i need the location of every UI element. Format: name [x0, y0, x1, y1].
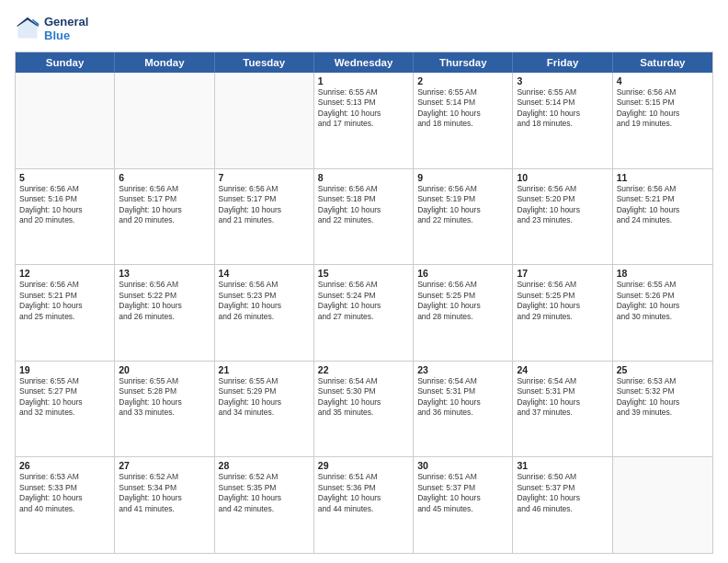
cell-line: Daylight: 10 hours	[617, 397, 709, 408]
day-number: 17	[517, 268, 608, 279]
header-day-saturday: Saturday	[613, 52, 712, 73]
day-number: 20	[119, 364, 210, 375]
day-cell-1: 1Sunrise: 6:55 AMSunset: 5:13 PMDaylight…	[314, 73, 414, 168]
cell-line: Sunset: 5:20 PM	[517, 194, 608, 204]
cell-line: Daylight: 10 hours	[219, 205, 310, 215]
cell-line: and 39 minutes.	[617, 408, 709, 418]
day-number: 14	[219, 268, 310, 279]
cell-line: Sunset: 5:23 PM	[219, 291, 310, 301]
day-cell-2: 2Sunrise: 6:55 AMSunset: 5:14 PMDaylight…	[414, 73, 513, 168]
cell-line: Sunrise: 6:56 AM	[417, 280, 508, 290]
cell-line: Sunrise: 6:56 AM	[517, 184, 608, 194]
cell-line: Daylight: 10 hours	[318, 301, 409, 311]
day-number: 21	[219, 364, 310, 375]
day-cell-22: 22Sunrise: 6:54 AMSunset: 5:30 PMDayligh…	[314, 362, 414, 457]
cell-line: Sunset: 5:14 PM	[417, 98, 508, 108]
header: General Blue	[15, 15, 713, 42]
day-number: 1	[318, 75, 409, 86]
cell-line: Sunset: 5:21 PM	[19, 291, 110, 301]
cell-line: Sunrise: 6:56 AM	[119, 280, 210, 290]
calendar-row-3: 19Sunrise: 6:55 AMSunset: 5:27 PMDayligh…	[16, 362, 712, 458]
logo: General Blue	[15, 15, 88, 42]
cell-line: Sunrise: 6:52 AM	[119, 472, 210, 482]
cell-line: Daylight: 10 hours	[119, 397, 210, 408]
day-number: 7	[219, 172, 310, 183]
cell-line: and 45 minutes.	[417, 504, 508, 514]
day-cell-19: 19Sunrise: 6:55 AMSunset: 5:27 PMDayligh…	[16, 362, 115, 457]
cell-line: and 20 minutes.	[19, 215, 110, 225]
day-cell-7: 7Sunrise: 6:56 AMSunset: 5:17 PMDaylight…	[215, 169, 314, 265]
cell-line: Sunrise: 6:55 AM	[119, 376, 210, 386]
cell-line: Sunrise: 6:53 AM	[617, 376, 709, 386]
cell-line: Sunset: 5:37 PM	[417, 483, 508, 493]
cell-line: Sunrise: 6:56 AM	[318, 280, 409, 290]
cell-line: Sunrise: 6:56 AM	[19, 280, 110, 290]
cell-line: Sunrise: 6:56 AM	[119, 184, 210, 194]
cell-line: Sunrise: 6:51 AM	[417, 472, 508, 482]
day-cell-27: 27Sunrise: 6:52 AMSunset: 5:34 PMDayligh…	[115, 457, 214, 553]
cell-line: Sunset: 5:19 PM	[417, 194, 508, 204]
day-cell-16: 16Sunrise: 6:56 AMSunset: 5:25 PMDayligh…	[414, 265, 513, 361]
cell-line: Daylight: 10 hours	[119, 205, 210, 215]
cell-line: Sunset: 5:34 PM	[119, 483, 210, 493]
day-number: 26	[19, 460, 110, 471]
day-cell-23: 23Sunrise: 6:54 AMSunset: 5:31 PMDayligh…	[414, 362, 513, 457]
cell-line: Sunrise: 6:56 AM	[19, 184, 110, 194]
day-cell-25: 25Sunrise: 6:53 AMSunset: 5:32 PMDayligh…	[613, 362, 712, 457]
cell-line: and 46 minutes.	[517, 504, 608, 514]
cell-line: and 19 minutes.	[617, 119, 709, 129]
cell-line: Sunset: 5:25 PM	[417, 291, 508, 301]
cell-line: and 23 minutes.	[517, 215, 608, 225]
cell-line: Sunrise: 6:54 AM	[318, 376, 409, 386]
cell-line: Sunset: 5:16 PM	[19, 194, 110, 204]
day-cell-3: 3Sunrise: 6:55 AMSunset: 5:14 PMDaylight…	[513, 73, 612, 168]
cell-line: and 29 minutes.	[517, 312, 608, 322]
cell-line: and 42 minutes.	[219, 504, 310, 514]
cell-line: Daylight: 10 hours	[517, 109, 608, 119]
calendar-row-2: 12Sunrise: 6:56 AMSunset: 5:21 PMDayligh…	[16, 265, 712, 362]
cell-line: and 21 minutes.	[219, 215, 310, 225]
day-cell-13: 13Sunrise: 6:56 AMSunset: 5:22 PMDayligh…	[115, 265, 214, 361]
empty-cell-0-2	[215, 73, 314, 168]
cell-line: Daylight: 10 hours	[119, 493, 210, 503]
cell-line: Sunrise: 6:51 AM	[318, 472, 409, 482]
cell-line: Daylight: 10 hours	[318, 109, 409, 119]
cell-line: Sunrise: 6:56 AM	[318, 184, 409, 194]
cell-line: Sunrise: 6:50 AM	[517, 472, 608, 482]
cell-line: Sunset: 5:15 PM	[617, 98, 709, 108]
cell-line: and 35 minutes.	[318, 408, 409, 418]
cell-line: Daylight: 10 hours	[219, 493, 310, 503]
cell-line: Daylight: 10 hours	[19, 397, 110, 408]
calendar-header: SundayMondayTuesdayWednesdayThursdayFrid…	[16, 52, 712, 73]
cell-line: Daylight: 10 hours	[517, 397, 608, 408]
cell-line: Daylight: 10 hours	[617, 205, 709, 215]
cell-line: and 22 minutes.	[417, 215, 508, 225]
cell-line: and 25 minutes.	[19, 312, 110, 322]
day-number: 27	[119, 460, 210, 471]
cell-line: Sunrise: 6:56 AM	[417, 184, 508, 194]
day-cell-5: 5Sunrise: 6:56 AMSunset: 5:16 PMDaylight…	[16, 169, 115, 265]
header-day-sunday: Sunday	[16, 52, 115, 73]
cell-line: Sunrise: 6:56 AM	[617, 87, 709, 98]
cell-line: and 32 minutes.	[19, 408, 110, 418]
cell-line: Sunset: 5:18 PM	[318, 194, 409, 204]
day-number: 4	[617, 75, 709, 86]
cell-line: Sunset: 5:14 PM	[517, 98, 608, 108]
cell-line: Daylight: 10 hours	[219, 301, 310, 311]
day-cell-15: 15Sunrise: 6:56 AMSunset: 5:24 PMDayligh…	[314, 265, 414, 361]
day-number: 12	[19, 268, 110, 279]
empty-cell-4-6	[613, 457, 712, 553]
cell-line: Daylight: 10 hours	[517, 301, 608, 311]
cell-line: and 41 minutes.	[119, 504, 210, 514]
day-cell-14: 14Sunrise: 6:56 AMSunset: 5:23 PMDayligh…	[215, 265, 314, 361]
cell-line: and 37 minutes.	[517, 408, 608, 418]
cell-line: Sunset: 5:32 PM	[617, 386, 709, 396]
header-day-wednesday: Wednesday	[314, 52, 414, 73]
cell-line: and 18 minutes.	[517, 119, 608, 129]
cell-line: Sunrise: 6:55 AM	[19, 376, 110, 386]
empty-cell-0-1	[115, 73, 214, 168]
day-cell-8: 8Sunrise: 6:56 AMSunset: 5:18 PMDaylight…	[314, 169, 414, 265]
cell-line: Sunset: 5:28 PM	[119, 386, 210, 396]
cell-line: Sunrise: 6:53 AM	[19, 472, 110, 482]
cell-line: Sunset: 5:31 PM	[517, 386, 608, 396]
